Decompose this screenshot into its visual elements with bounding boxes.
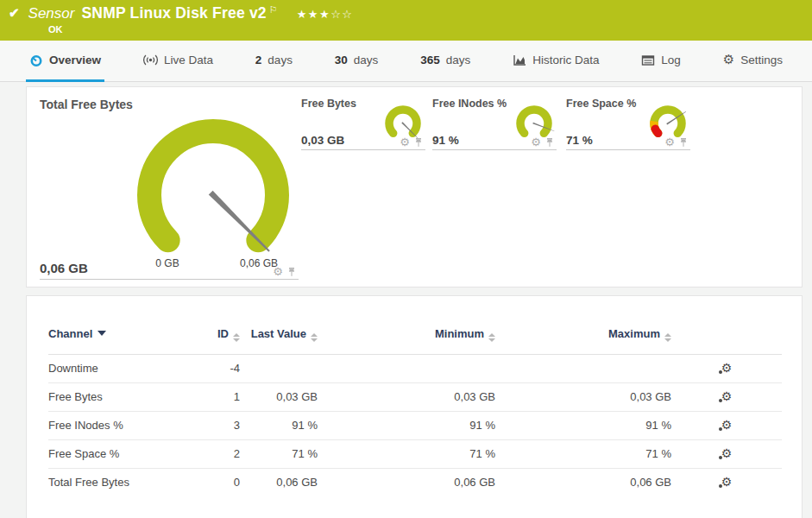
channel-minimum: 71 % xyxy=(318,440,495,469)
tab-bar: Overview Live Data 2 days 30 days 365 da… xyxy=(0,41,812,82)
gauge-widget-total-free-bytes: Total Free Bytes 0 GB 0,06 GB 0,06 GB ⚙ xyxy=(40,98,299,280)
tab-label: Overview xyxy=(49,54,101,66)
channel-maximum: 91 % xyxy=(495,412,671,440)
gauge-error-segment xyxy=(655,129,658,133)
channel-name[interactable]: Free Space % xyxy=(48,440,186,469)
tab-log[interactable]: Log xyxy=(638,41,684,82)
gauge-widget-free-inodes: Free INodes % 91 % ⚙ xyxy=(432,98,557,150)
total-free-bytes-gauge: 0 GB 0,06 GB xyxy=(127,109,299,273)
column-header-last-value[interactable]: Last Value xyxy=(240,322,318,355)
channel-id: 2 xyxy=(186,440,240,469)
column-label: Last Value xyxy=(251,327,306,340)
object-type-label: Sensor xyxy=(28,5,75,22)
gauge-arc xyxy=(149,131,277,240)
channel-settings-icon[interactable]: ⚙ xyxy=(721,390,733,402)
gauge-widget-free-space: Free Space % 71 % ⚙ xyxy=(566,98,690,150)
channel-minimum: 0,03 GB xyxy=(318,383,495,412)
tab-label: days xyxy=(268,54,293,66)
tab-2-days[interactable]: 2 days xyxy=(252,41,296,82)
column-header-channel[interactable]: Channel xyxy=(48,322,186,355)
sort-icon xyxy=(311,333,318,342)
table-row: Free Space % 2 71 % 71 % 71 % ⚙ xyxy=(48,440,782,469)
gauge-value: 91 % xyxy=(432,134,459,147)
channel-name[interactable]: Total Free Bytes xyxy=(48,469,186,497)
column-header-id[interactable]: ID xyxy=(186,322,240,355)
gauge-value: 71 % xyxy=(566,134,593,147)
channel-minimum: 91 % xyxy=(318,412,495,440)
gauges-panel: Total Free Bytes 0 GB 0,06 GB 0,06 GB ⚙ … xyxy=(26,86,803,287)
sensor-name: SNMP Linux Disk Free v2 xyxy=(81,4,266,22)
channel-last-value: 91 % xyxy=(240,412,318,440)
gauge-arc xyxy=(520,110,548,133)
channel-last-value: 0,03 GB xyxy=(240,383,318,412)
gear-icon[interactable]: ⚙ xyxy=(400,136,410,148)
channel-name[interactable]: Free Bytes xyxy=(48,383,186,412)
tab-overview[interactable]: Overview xyxy=(26,41,104,82)
log-icon xyxy=(641,54,655,66)
gear-icon[interactable]: ⚙ xyxy=(273,266,283,277)
gauge-value: 0,03 GB xyxy=(301,134,344,147)
column-header-minimum[interactable]: Minimum xyxy=(318,322,495,355)
gear-icon[interactable]: ⚙ xyxy=(531,136,541,148)
column-label: Channel xyxy=(48,327,92,340)
tab-number: 365 xyxy=(420,54,440,66)
table-row: Free INodes % 3 91 % 91 % 91 % ⚙ xyxy=(48,412,782,440)
channel-settings-icon[interactable]: ⚙ xyxy=(721,419,733,431)
sort-icon xyxy=(664,333,671,342)
gauge-icon xyxy=(29,54,43,67)
gauge-arc xyxy=(389,110,417,133)
column-header-maximum[interactable]: Maximum xyxy=(495,322,671,355)
sensor-status-bar: ✔ Sensor SNMP Linux Disk Free v2 ⚐ ★★★☆☆… xyxy=(0,0,812,41)
channel-settings-icon[interactable]: ⚙ xyxy=(721,476,733,488)
channels-panel: Channel ID Last Value Minimum Maximum Do… xyxy=(26,295,803,518)
channel-id: 3 xyxy=(186,412,240,440)
gauge-min-label: 0 GB xyxy=(155,257,179,269)
pin-icon[interactable] xyxy=(413,137,424,148)
tab-label: days xyxy=(446,54,471,66)
tab-label: Live Data xyxy=(164,54,213,66)
tab-365-days[interactable]: 365 days xyxy=(417,41,474,82)
channel-id: 1 xyxy=(186,383,240,412)
pin-icon[interactable] xyxy=(678,137,689,148)
channel-maximum: 71 % xyxy=(495,440,671,469)
gear-icon[interactable]: ⚙ xyxy=(664,136,675,148)
table-row: Total Free Bytes 0 0,06 GB 0,06 GB 0,06 … xyxy=(48,469,782,497)
pin-icon[interactable] xyxy=(544,137,555,148)
area-chart-icon xyxy=(513,54,526,66)
tab-number: 2 xyxy=(255,54,262,66)
tab-label: Settings xyxy=(740,54,783,66)
tab-settings[interactable]: ⚙ Settings xyxy=(720,41,786,82)
sort-icon xyxy=(233,333,240,342)
status-check-icon: ✔ xyxy=(9,5,20,21)
sort-icon xyxy=(488,333,495,342)
channel-settings-icon[interactable]: ⚙ xyxy=(721,447,733,459)
tab-30-days[interactable]: 30 days xyxy=(331,41,382,82)
channel-maximum xyxy=(495,355,671,383)
channel-name[interactable]: Free INodes % xyxy=(48,412,186,440)
tab-historic-data[interactable]: Historic Data xyxy=(509,41,602,82)
table-row: Downtime -4 ⚙ xyxy=(48,355,782,383)
channel-maximum: 0,06 GB xyxy=(495,469,671,497)
status-badge: OK xyxy=(48,24,63,35)
priority-stars[interactable]: ★★★☆☆ xyxy=(297,8,354,21)
channel-maximum: 0,03 GB xyxy=(495,383,671,412)
channel-last-value xyxy=(240,355,318,383)
column-label: Minimum xyxy=(435,327,484,340)
column-header-settings xyxy=(671,322,782,355)
broadcast-icon xyxy=(143,54,158,66)
channel-id: 0 xyxy=(186,469,240,497)
tab-number: 30 xyxy=(335,54,348,66)
sort-desc-icon xyxy=(98,331,106,336)
flag-icon[interactable]: ⚐ xyxy=(269,4,278,16)
channel-last-value: 71 % xyxy=(240,440,318,469)
channel-name[interactable]: Downtime xyxy=(48,355,186,383)
table-row: Free Bytes 1 0,03 GB 0,03 GB 0,03 GB ⚙ xyxy=(48,383,782,412)
channel-settings-icon[interactable]: ⚙ xyxy=(721,362,733,374)
tab-label: Log xyxy=(661,54,681,66)
gear-icon: ⚙ xyxy=(723,54,734,66)
tab-live-data[interactable]: Live Data xyxy=(140,41,217,82)
channel-table: Channel ID Last Value Minimum Maximum Do… xyxy=(48,322,782,496)
channel-id: -4 xyxy=(186,355,240,383)
pin-icon[interactable] xyxy=(286,267,297,277)
tab-label: days xyxy=(354,54,379,66)
